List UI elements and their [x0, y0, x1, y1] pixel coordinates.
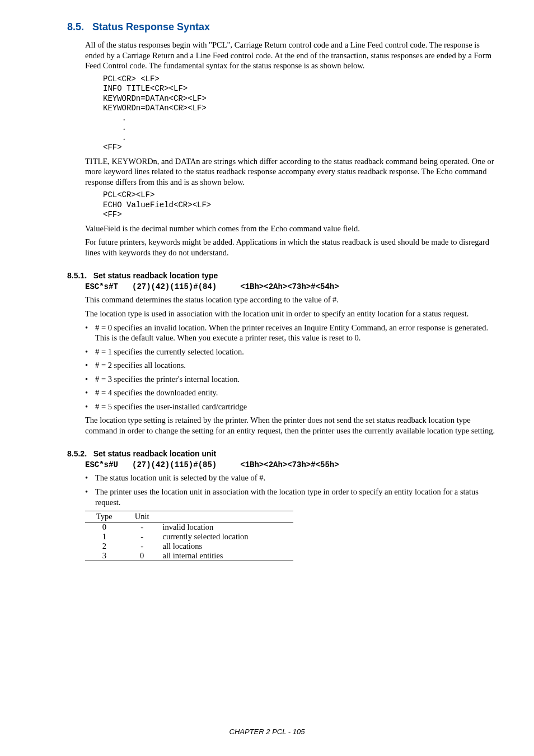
table-cell: 3: [85, 551, 124, 561]
list-item: The status location unit is selected by …: [85, 473, 500, 483]
table-cell: invalid location: [161, 522, 293, 533]
list-item: # = 0 specifies an invalid location. Whe…: [85, 323, 500, 343]
table-cell: -: [124, 542, 161, 551]
subsection-852-heading: 8.5.2. Set status readback location unit: [67, 449, 500, 458]
subsection-851-title: Set status readback location type: [93, 271, 218, 280]
table-cell: all locations: [161, 542, 293, 551]
list-item: The printer uses the location unit in as…: [85, 487, 500, 507]
section-title: Status Response Syntax: [92, 21, 210, 32]
esc-line-851: ESC*s#T (27)(42)(115)#(84) <1Bh><2Ah><73…: [85, 282, 500, 291]
table-row: 3 0 all internal entities: [85, 551, 293, 561]
table-cell: 0: [124, 551, 161, 561]
paragraph-2: TITLE, KEYWORDn, and DATAn are strings w…: [85, 156, 500, 188]
table-header-type: Type: [85, 511, 124, 522]
s851-p1: This command determines the status locat…: [85, 295, 500, 305]
list-item: # = 4 specifies the downloaded entity.: [85, 388, 500, 398]
s852-bullet-list: The status location unit is selected by …: [85, 473, 500, 507]
table-header-desc: [161, 511, 293, 522]
s851-p3: The location type setting is retained by…: [85, 415, 500, 436]
s851-p2: The location type is used in association…: [85, 309, 500, 319]
page-content: 8.5. Status Response Syntax All of the s…: [0, 0, 534, 561]
section-heading: 8.5. Status Response Syntax: [67, 21, 500, 33]
table-header-unit: Unit: [124, 511, 161, 522]
list-item: # = 5 specifies the user-installed card/…: [85, 402, 500, 412]
code-block-2: PCL<CR><LF> ECHO ValueField<CR><LF> <FF>: [103, 190, 500, 220]
table-cell: 2: [85, 542, 124, 551]
table-row: 1 - currently selected location: [85, 532, 293, 542]
table-row: 0 - invalid location: [85, 522, 293, 533]
intro-paragraph: All of the status responses begin with "…: [85, 40, 500, 71]
subsection-852-title: Set status readback location unit: [93, 449, 216, 458]
table-cell: all internal entities: [161, 551, 293, 561]
subsection-851-heading: 8.5.1. Set status readback location type: [67, 271, 500, 280]
table-row: 2 - all locations: [85, 542, 293, 551]
table-cell: 0: [85, 522, 124, 533]
paragraph-3: ValueField is the decimal number which c…: [85, 223, 500, 234]
s851-bullet-list: # = 0 specifies an invalid location. Whe…: [85, 323, 500, 412]
table-cell: -: [124, 532, 161, 542]
list-item: # = 2 specifies all locations.: [85, 360, 500, 371]
page-footer: CHAPTER 2 PCL - 105: [0, 727, 534, 736]
paragraph-4: For future printers, keywords might be a…: [85, 237, 500, 258]
section-number: 8.5.: [67, 21, 84, 32]
table-cell: currently selected location: [161, 532, 293, 542]
table-cell: -: [124, 522, 161, 533]
subsection-852-number: 8.5.2.: [67, 449, 87, 458]
list-item: # = 1 specifies the currently selected l…: [85, 347, 500, 357]
location-unit-table: Type Unit 0 - invalid location 1 - curre…: [85, 511, 293, 561]
esc-line-852: ESC*s#U (27)(42)(115)#(85) <1Bh><2Ah><73…: [85, 460, 500, 469]
subsection-851-number: 8.5.1.: [67, 271, 87, 280]
table-header-row: Type Unit: [85, 511, 293, 522]
code-block-1: PCL<CR> <LF> INFO TITLE<CR><LF> KEYWORDn…: [103, 74, 500, 153]
table-cell: 1: [85, 532, 124, 542]
list-item: # = 3 specifies the printer's internal l…: [85, 374, 500, 385]
